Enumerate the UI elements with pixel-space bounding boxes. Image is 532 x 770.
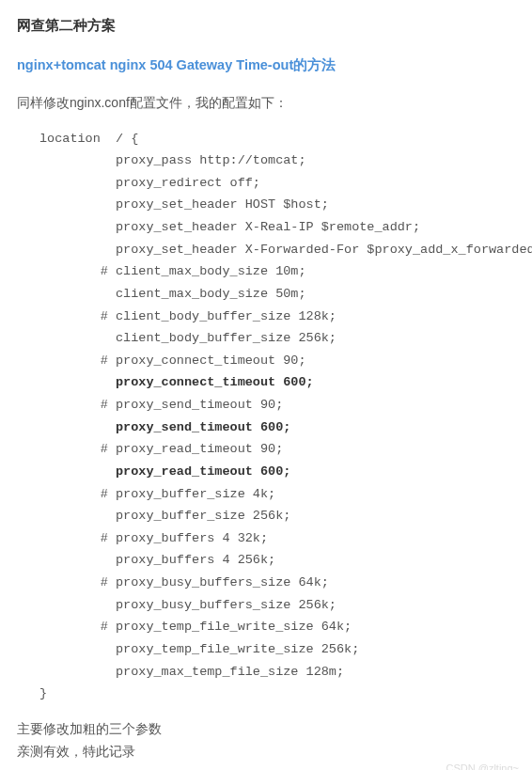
code-line: proxy_connect_timeout 600;: [39, 371, 515, 394]
code-line: # proxy_buffer_size 4k;: [39, 483, 515, 506]
code-line: proxy_set_header X-Forwarded-For $proxy_…: [39, 239, 515, 261]
code-line: # proxy_temp_file_write_size 64k;: [39, 616, 515, 638]
code-line: proxy_max_temp_file_size 128m;: [39, 661, 515, 684]
code-line: # proxy_connect_timeout 90;: [39, 350, 515, 372]
code-line: client_body_buffer_size 256k;: [39, 327, 515, 350]
code-line: # proxy_busy_buffers_size 64k;: [39, 572, 515, 594]
code-line: # proxy_read_timeout 90;: [39, 438, 515, 461]
code-line: }: [39, 683, 515, 705]
code-line: proxy_send_timeout 600;: [39, 416, 515, 439]
code-line: proxy_buffers 4 256k;: [39, 549, 515, 572]
code-line: proxy_temp_file_write_size 256k;: [39, 638, 515, 661]
code-line: # client_body_buffer_size 128k;: [39, 306, 515, 328]
code-line: proxy_read_timeout 600;: [39, 461, 515, 483]
code-line: # proxy_send_timeout 90;: [39, 394, 515, 416]
code-line: location / {: [39, 128, 515, 150]
article-link-line: nginx+tomcat nginx 504 Gateway Time-out的…: [17, 54, 515, 76]
code-line: # client_max_body_size 10m;: [39, 260, 515, 283]
code-line: proxy_set_header X-Real-IP $remote_addr;: [39, 216, 515, 239]
article-link[interactable]: nginx+tomcat nginx 504 Gateway Time-out的…: [17, 57, 336, 72]
code-line: proxy_busy_buffers_size 256k;: [39, 594, 515, 617]
code-line: proxy_buffer_size 256k;: [39, 505, 515, 527]
code-line: client_max_body_size 50m;: [39, 283, 515, 306]
code-line: proxy_pass http://tomcat;: [39, 149, 515, 172]
footer-note-1: 主要修改加粗的三个参数: [17, 718, 515, 741]
code-line: # proxy_buffers 4 32k;: [39, 527, 515, 550]
footer-note-2: 亲测有效，特此记录: [17, 741, 515, 763]
code-block: location / { proxy_pass http://tomcat; p…: [17, 128, 515, 705]
intro-text: 同样修改nginx.conf配置文件，我的配置如下：: [17, 93, 515, 113]
code-line: proxy_redirect off;: [39, 172, 515, 195]
code-line: proxy_set_header HOST $host;: [39, 194, 515, 216]
section-heading: 网查第二种方案: [17, 15, 515, 37]
